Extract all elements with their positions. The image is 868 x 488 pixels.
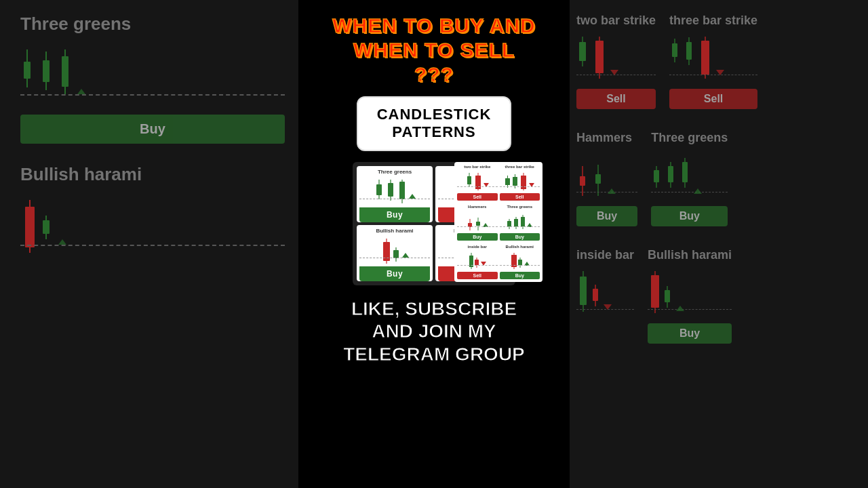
svg-rect-88 [467,176,471,184]
svg-rect-121 [475,260,479,265]
svg-rect-7 [62,56,68,87]
svg-rect-109 [507,221,511,226]
bg-bullish-harami-candles [20,192,285,260]
svg-rect-28 [701,41,709,75]
bg-two-bar-strike: two bar strike Sell [576,14,656,109]
bg-three-bar-strike: three bar strike Sell [669,14,757,109]
svg-rect-37 [654,170,659,182]
svg-rect-97 [513,177,517,186]
svg-rect-34 [595,174,601,184]
card-bullish-harami-title: Bullish harami [376,228,413,234]
bg-three-greens: Three greens Buy [651,131,728,226]
card-three-greens: Three greens Buy [357,166,433,222]
bg-hammers: Hammers Buy [576,131,637,226]
svg-rect-4 [43,60,50,82]
svg-rect-22 [672,43,677,57]
svg-rect-10 [25,207,35,247]
bg-left-title1: Three greens [20,14,285,35]
bg-right-panel: two bar strike Sell three bar strike [563,0,868,488]
svg-rect-16 [579,42,586,61]
center-panel: WHEN TO BUY AND WHEN TO SELL ??? CANDLES… [298,0,570,488]
card-three-greens-title: Three greens [378,169,412,175]
svg-rect-100 [521,176,526,189]
svg-rect-91 [475,176,481,189]
patterns-title-text: CANDLESTICKPATTERNS [377,106,492,142]
svg-rect-19 [595,41,604,73]
main-title: WHEN TO BUY AND WHEN TO SELL ??? [332,14,535,87]
svg-rect-61 [388,183,393,197]
svg-rect-127 [518,260,522,265]
bg-three-greens-candles [20,41,285,109]
svg-rect-58 [376,184,382,195]
svg-rect-49 [593,289,598,301]
bg-left-title2: Bullish harami [20,164,285,185]
bg-bullish-harami-right: Bullish harami Buy [648,248,732,344]
buy-btn-bullish-harami: Buy [359,266,430,281]
bg-buy-btn: Buy [20,115,285,144]
svg-rect-115 [521,217,525,226]
buy-btn-three-greens: Buy [359,207,430,222]
bullish-harami-candles [359,235,430,265]
patterns-title-box: CANDLESTICKPATTERNS [357,96,512,151]
svg-rect-64 [399,182,405,199]
svg-rect-106 [476,222,480,226]
svg-rect-43 [682,162,688,182]
mini-overlay-card: two bar strike three bar strike Sell Sel… [454,162,542,282]
svg-rect-46 [580,277,587,305]
svg-rect-25 [686,42,692,60]
svg-rect-40 [668,166,673,182]
bottom-cta-text: LIKE, SUBSCRIBE AND JOIN MY TELEGRAM GRO… [343,298,525,366]
svg-rect-1 [24,62,31,79]
bg-left-panel: Three greens Buy [0,0,305,488]
svg-rect-13 [43,220,50,234]
svg-rect-31 [580,176,585,186]
svg-rect-94 [505,178,510,185]
card-bullish-harami: Bullish harami Buy [357,225,433,281]
bg-inside-bar: inside bar [576,248,634,344]
three-greens-candles [359,176,430,206]
svg-rect-52 [651,275,659,308]
svg-rect-55 [665,290,670,302]
svg-rect-112 [514,219,518,226]
